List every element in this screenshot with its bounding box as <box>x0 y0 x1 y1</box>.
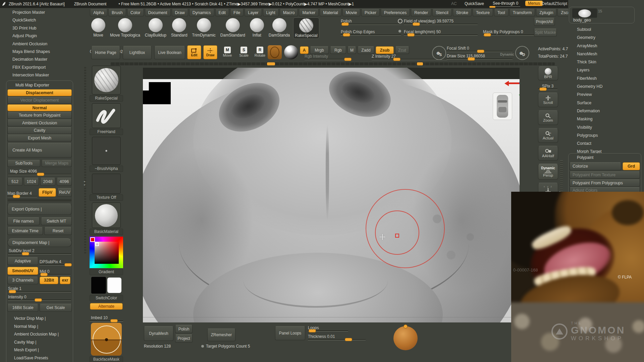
map-type-button[interactable]: Displacement <box>7 89 72 96</box>
timeline-handle-2[interactable] <box>417 62 423 65</box>
menu-item[interactable]: Material <box>320 9 341 16</box>
imbed-handle[interactable] <box>110 319 118 322</box>
bit32-button[interactable]: 32Bit <box>40 277 58 284</box>
plugin-item[interactable]: Decimation Master <box>0 56 84 63</box>
brush-item[interactable]: ClayBuildup <box>144 17 168 38</box>
resolution-slider[interactable]: Resolution 128 <box>144 344 171 349</box>
current-alpha-thumbnail[interactable] <box>92 137 121 165</box>
group-title[interactable]: Multi Map Exporter <box>7 82 72 89</box>
focal-length-slider[interactable]: Focal length(mm) 50 <box>404 29 478 36</box>
reset-button[interactable]: Reset <box>44 227 72 235</box>
perspective-button[interactable]: Dynamic Persp <box>538 164 558 180</box>
tray-section[interactable]: Polygroups <box>568 131 644 139</box>
plugin-item[interactable]: Maya Blend Shapes <box>0 48 84 56</box>
home-page-button[interactable]: Home Page <box>91 46 120 59</box>
thickness-slider[interactable]: Thickness 0.01 <box>308 334 366 340</box>
tray-section[interactable]: Subtool <box>568 25 644 34</box>
map-border-slider[interactable]: Map Border 4 <box>7 191 37 197</box>
mid-handle[interactable] <box>40 273 48 276</box>
polypaint-from-polygroups-button[interactable]: Polypaint From Polygroups <box>570 179 640 187</box>
menu-item[interactable]: Picker <box>361 9 380 16</box>
draw-size-handle[interactable] <box>468 57 475 61</box>
plugin-item[interactable]: Intersection Masker <box>0 71 84 79</box>
project-all-button[interactable]: ProjectAll <box>534 18 555 26</box>
tray-section[interactable]: Contact <box>568 139 644 147</box>
polish-slider[interactable]: Polish <box>341 18 401 25</box>
subdiv-slider[interactable]: SubDiv level 2 <box>8 248 71 254</box>
z-intensity-handle[interactable] <box>393 58 400 61</box>
smoothuv-button[interactable]: SmoothUV <box>7 267 38 275</box>
brush-item[interactable]: DamStandard <box>219 17 247 38</box>
map-section-button[interactable]: Cavity Map | <box>7 339 72 347</box>
tray-section[interactable]: Geometry <box>568 34 644 42</box>
map-type-button[interactable]: Export Mesh <box>7 134 72 141</box>
tray-section[interactable]: Layers <box>568 66 644 74</box>
menu-item[interactable]: Transform <box>509 9 535 16</box>
switch-mt-button[interactable]: Switch MT <box>41 217 72 225</box>
loops-handle[interactable] <box>309 329 316 333</box>
merge-maps-button[interactable]: Merge Maps <box>42 160 72 167</box>
tray-section[interactable]: Thick Skin <box>568 58 644 66</box>
dynamic-draw-icon[interactable]: ⊕D <box>515 46 529 60</box>
mid-slider[interactable]: Mid 0 <box>40 269 70 275</box>
map-size-slider[interactable]: Map Size 4096 <box>8 169 71 175</box>
spix-handle[interactable] <box>539 87 547 91</box>
menus-button[interactable]: Menus <box>525 1 543 6</box>
thickness-handle[interactable] <box>345 338 352 341</box>
brush-item[interactable]: RakeSpecial <box>293 17 319 39</box>
bit16-scale-button[interactable]: 16Bit Scale <box>7 304 38 312</box>
polish-crisp-slider[interactable]: Polish Crisp Edges <box>341 29 401 36</box>
scale-handle[interactable] <box>9 290 16 293</box>
menu-item[interactable]: Color <box>127 9 144 16</box>
current-stroke-thumbnail[interactable] <box>92 103 121 128</box>
menu-item[interactable]: Light <box>263 9 279 16</box>
map-section-button[interactable]: Mesh Export | <box>7 346 72 354</box>
estimate-time-button[interactable]: Estimate Time <box>7 227 43 235</box>
menu-item[interactable]: Edit <box>215 9 229 16</box>
map-section-button[interactable]: Vector Disp Map | <box>7 315 72 323</box>
brush-item[interactable]: DamStanda <box>267 17 291 38</box>
menu-item[interactable]: Layer <box>245 9 262 16</box>
tray-section[interactable]: Surface <box>568 99 644 107</box>
field-of-view-slider[interactable]: Field of view(deg) 39.59775 <box>404 18 478 25</box>
a-toggle-button[interactable]: A <box>300 46 309 54</box>
plugin-item[interactable]: FBX ExportImport <box>0 64 84 71</box>
stroke-curve-icon[interactable]: ⊕S <box>432 46 446 60</box>
timeline-ruler[interactable] <box>111 62 555 65</box>
mask-by-polygroups-slider[interactable]: Mask By Polygroups 0 <box>483 29 540 36</box>
menu-item[interactable]: Preferences <box>381 9 410 16</box>
map-section-button[interactable]: Normal Map | <box>7 323 72 331</box>
menu-item[interactable]: Texture <box>473 9 493 16</box>
zcut-button[interactable]: Zcut <box>395 46 409 54</box>
lightbox-button[interactable]: LightBox <box>123 46 152 59</box>
menu-item[interactable]: Tool <box>494 9 508 16</box>
rgb-intensity-handle[interactable] <box>344 58 352 61</box>
divider-collapse-icon[interactable]: ◂◂ <box>84 180 85 186</box>
current-tool-thumbnail[interactable] <box>572 8 597 18</box>
field-of-view-handle[interactable] <box>413 22 420 26</box>
menu-item[interactable]: Draw <box>172 9 188 16</box>
map-size-handle[interactable] <box>37 173 44 176</box>
switch-color-button[interactable]: SwitchColor <box>90 295 123 301</box>
brush-shape-button[interactable] <box>268 45 282 59</box>
split-mask-button[interactable]: Split Maske <box>534 28 557 37</box>
current-material-thumbnail[interactable] <box>92 202 121 228</box>
plugin-item[interactable]: QuickSketch <box>0 16 84 24</box>
rgb-intensity-slider[interactable]: Rgb Intensity <box>305 54 355 60</box>
move-mode-button[interactable]: M Move <box>221 47 234 57</box>
colorize-button[interactable]: Colorize <box>570 162 621 170</box>
polish-handle[interactable] <box>341 22 349 26</box>
brush-item[interactable]: TrimDynamic <box>191 17 217 38</box>
map-border-handle[interactable] <box>13 195 20 198</box>
brush-item[interactable]: Move <box>90 17 107 38</box>
color-picker[interactable] <box>90 237 123 268</box>
dynamic-mode-label[interactable]: Dynamic <box>500 53 514 56</box>
scale-mode-button[interactable]: S Scale <box>237 47 250 57</box>
tray-section[interactable]: ArrayMesh <box>568 42 644 50</box>
menu-item[interactable]: Alpha <box>90 9 107 16</box>
m-button[interactable]: M <box>347 46 356 54</box>
current-brush-thumbnail[interactable] <box>92 66 121 95</box>
menu-item[interactable]: Macro <box>280 9 298 16</box>
reuv-button[interactable]: ReUV <box>57 188 72 197</box>
tray-section[interactable]: Geometry HD <box>568 82 644 90</box>
